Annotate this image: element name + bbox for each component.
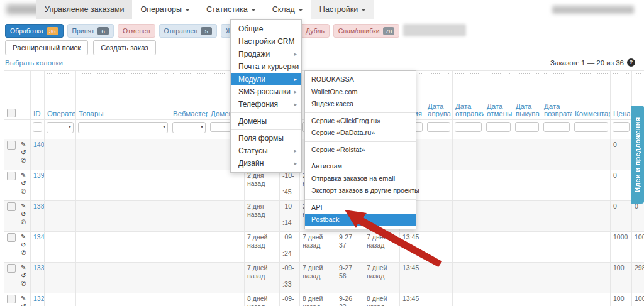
edit-icon[interactable]: ✎	[21, 233, 28, 241]
column-header-ship[interactable]: Дата отправки	[453, 79, 484, 120]
resize-handle-cell[interactable]	[632, 71, 644, 79]
history-icon[interactable]: ↺	[21, 180, 28, 187]
nav-tab-3[interactable]: Склад	[264, 0, 311, 19]
status-filter-6[interactable]: Дубль	[301, 24, 330, 38]
column-resize-handle[interactable]	[515, 72, 539, 76]
column-header-comment[interactable]: Комментарий	[572, 79, 611, 120]
history-icon[interactable]: ↺	[21, 241, 28, 249]
nav-tab-2[interactable]: Статистика	[198, 0, 264, 19]
resize-handle-cell[interactable]	[572, 71, 611, 79]
modules-submenu-item-14[interactable]: Postback	[305, 214, 416, 226]
advanced-search-button[interactable]: Расширенный поиск	[5, 40, 88, 55]
column-resize-handle[interactable]	[78, 72, 168, 76]
edit-icon[interactable]: ✎	[21, 172, 28, 179]
column-resize-handle[interactable]	[613, 72, 630, 76]
nav-tab-1[interactable]: Операторы	[132, 0, 198, 19]
status-filter-0[interactable]: Обработка36	[5, 24, 64, 38]
row-checkbox[interactable]	[7, 264, 16, 273]
create-order-button[interactable]: Создать заказ	[93, 40, 155, 55]
settings-menu-item-2[interactable]: Продажи▸	[231, 48, 301, 60]
filter-input-aprove[interactable]	[427, 122, 450, 132]
filter-input-ship[interactable]	[455, 122, 482, 132]
edit-icon[interactable]: ✎	[21, 202, 28, 210]
row-checkbox[interactable]	[7, 141, 16, 150]
nav-tab-4[interactable]: Настройки	[311, 0, 374, 19]
status-filter-3[interactable]: Отправлен5	[159, 24, 217, 38]
filter-input-buyout[interactable]	[515, 122, 539, 132]
order-id-link[interactable]: 132	[33, 295, 45, 302]
filter-select-webmaster[interactable]: ▾	[172, 122, 206, 133]
select-all-checkbox[interactable]	[7, 109, 16, 117]
modules-submenu-item-11[interactable]: Экспорт заказов в другие проекты▸	[305, 185, 416, 197]
order-id-link[interactable]: 140	[33, 141, 45, 148]
row-checkbox[interactable]	[7, 202, 16, 211]
modules-submenu-item-0[interactable]: ROBOKASSA	[305, 74, 416, 86]
filter-input-comment[interactable]	[574, 122, 608, 132]
order-id-link[interactable]: 139	[33, 172, 45, 179]
column-resize-handle[interactable]	[455, 72, 482, 76]
row-checkbox[interactable]	[7, 295, 16, 303]
column-resize-handle[interactable]	[427, 72, 450, 76]
column-header-aprove[interactable]: Дата апрува	[425, 79, 453, 120]
resize-handle-cell[interactable]	[425, 71, 453, 79]
phone-icon[interactable]: ✆	[21, 219, 28, 226]
resize-handle-cell[interactable]	[76, 71, 170, 79]
filter-select-tovary[interactable]: ▾	[78, 122, 168, 133]
column-resize-handle[interactable]	[574, 72, 608, 76]
resize-handle-cell[interactable]	[453, 71, 484, 79]
settings-menu-item-8[interactable]: Домены	[231, 115, 301, 128]
column-header-price[interactable]: Цена	[611, 79, 632, 120]
edit-icon[interactable]: ✎	[21, 295, 28, 302]
filter-input-cancel[interactable]	[486, 122, 511, 132]
column-resize-handle[interactable]	[486, 72, 511, 76]
settings-menu-item-0[interactable]: Общие	[231, 23, 301, 35]
choose-columns-link[interactable]: Выбрать колонки	[5, 59, 63, 67]
filter-input-return[interactable]	[543, 122, 570, 132]
order-id-link[interactable]: 133	[33, 264, 45, 271]
resize-handle-cell[interactable]	[611, 71, 632, 79]
resize-handle-cell[interactable]	[541, 71, 572, 79]
column-header-buyout[interactable]: Дата выкупа	[513, 79, 541, 120]
column-resize-handle[interactable]	[634, 72, 642, 76]
phone-icon[interactable]: ✆	[21, 157, 28, 165]
modules-submenu-item-10[interactable]: Отправка заказов на email	[305, 173, 416, 185]
modules-submenu-item-13[interactable]: API	[305, 202, 416, 214]
column-header-operator[interactable]: Оператор	[45, 79, 76, 120]
modules-submenu-item-1[interactable]: WalletOne.com	[305, 86, 416, 99]
status-filter-7[interactable]: Спам/ошибки78	[333, 24, 399, 38]
order-id-link[interactable]: 134	[33, 233, 45, 241]
history-icon[interactable]: ↺	[21, 303, 28, 306]
column-resize-handle[interactable]	[47, 72, 74, 76]
settings-menu-item-3[interactable]: Почта и курьерки▸	[231, 60, 301, 73]
resize-handle-cell[interactable]	[484, 71, 513, 79]
phone-icon[interactable]: ✆	[21, 280, 28, 288]
modules-submenu-item-9[interactable]: Антиспам	[305, 160, 416, 173]
row-checkbox[interactable]	[7, 172, 16, 180]
order-id-link[interactable]: 138	[33, 202, 45, 210]
resize-handle-cell[interactable]	[513, 71, 541, 79]
settings-menu-item-1[interactable]: Настройки CRM	[231, 35, 301, 48]
blurred-status-button[interactable]	[403, 24, 466, 36]
settings-menu-item-6[interactable]: Телефония▸	[231, 98, 301, 111]
modules-submenu-item-5[interactable]: Сервис «DaData.ru»	[305, 127, 416, 139]
settings-menu-item-4[interactable]: Модули▸	[231, 73, 301, 85]
history-icon[interactable]: ↺	[21, 210, 28, 218]
column-header-tovary[interactable]: Товары	[76, 79, 170, 120]
row-checkbox[interactable]	[7, 233, 16, 242]
column-header-id[interactable]: ID	[31, 79, 45, 120]
filter-input-price[interactable]	[613, 122, 630, 132]
filter-select-operator[interactable]: ▾	[47, 122, 74, 133]
column-header-cancel[interactable]: Дата отмены	[484, 79, 513, 120]
phone-icon[interactable]: ✆	[21, 188, 28, 195]
settings-menu-item-10[interactable]: Поля формы	[231, 132, 301, 145]
modules-submenu-item-4[interactable]: Сервис «ClickFrog.ru»	[305, 115, 416, 128]
column-header-webmaster[interactable]: Вебмастер	[170, 79, 208, 120]
modules-submenu-item-2[interactable]: Яндекс касса	[305, 98, 416, 111]
resize-handle-cell[interactable]	[170, 71, 208, 79]
modules-submenu-item-7[interactable]: Сервис «Roistat»	[305, 144, 416, 156]
user-account-menu[interactable]	[552, 6, 634, 14]
column-resize-handle[interactable]	[543, 72, 570, 76]
column-header-return[interactable]: Дата возврата	[541, 79, 572, 120]
column-resize-handle[interactable]	[172, 72, 206, 76]
nav-tab-0[interactable]: Управление заказами	[36, 0, 132, 19]
